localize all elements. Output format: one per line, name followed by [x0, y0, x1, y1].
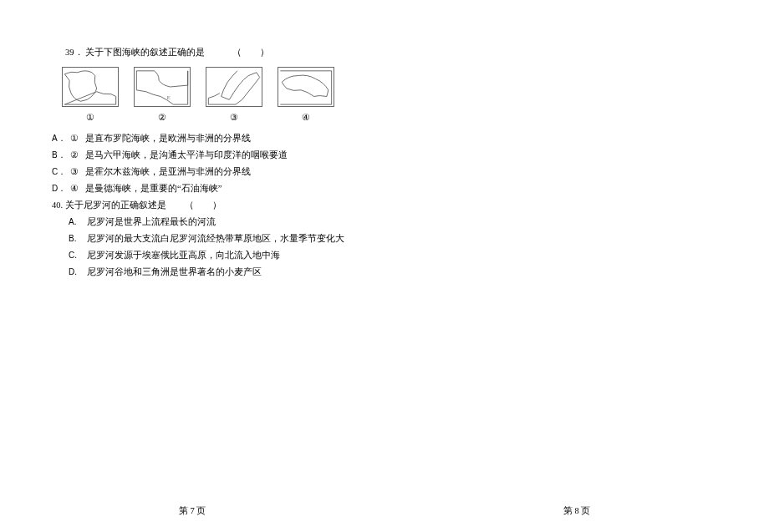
q39-paren: （ ）	[232, 48, 269, 57]
q40-opt-c: C. 尼罗河发源于埃塞俄比亚高原，向北流入地中海	[69, 247, 769, 264]
opt-circle: ③	[70, 164, 79, 180]
opt-label: A.	[69, 214, 80, 230]
q39-opt-b: B． ② 是马六甲海峡，是沟通太平洋与印度洋的咽喉要道	[52, 147, 769, 164]
opt-circle: ④	[70, 180, 79, 197]
q40-text: 关于尼罗河的正确叙述是	[65, 200, 166, 210]
opt-label: C．	[52, 164, 64, 180]
map-1	[62, 67, 119, 107]
q40-number: 40.	[52, 200, 63, 210]
opt-label: D.	[69, 264, 80, 280]
opt-label: D．	[52, 180, 64, 196]
page-number-right: 第 8 页	[384, 505, 769, 517]
map-label-3: ③	[206, 112, 262, 122]
opt-circle: ②	[70, 147, 79, 164]
page-number-left: 第 7 页	[0, 505, 384, 517]
map-label-1: ①	[62, 112, 119, 122]
opt-text: 尼罗河的最大支流白尼罗河流经热带草原地区，水量季节变化大	[87, 231, 344, 247]
q40-opt-d: D. 尼罗河谷地和三角洲是世界著名的小麦产区	[69, 264, 769, 281]
q40-opt-a: A. 尼罗河是世界上流程最长的河流	[69, 214, 769, 231]
opt-text: 尼罗河谷地和三角洲是世界著名的小麦产区	[87, 264, 262, 281]
map-label-2: ②	[134, 112, 191, 122]
q40-options: A. 尼罗河是世界上流程最长的河流 B. 尼罗河的最大支流白尼罗河流经热带草原地…	[69, 214, 769, 281]
q39-opt-d: D． ④ 是曼德海峡，是重要的“石油海峡”	[52, 180, 769, 197]
map-4	[278, 67, 334, 107]
maps-row: E	[62, 67, 769, 107]
opt-label: B．	[52, 147, 64, 163]
map-labels: ① ② ③ ④	[62, 112, 769, 122]
opt-label: B.	[69, 231, 80, 246]
q39-text: 关于下图海峡的叙述正确的是	[85, 48, 205, 57]
map-label-4: ④	[278, 112, 334, 122]
opt-text: 尼罗河发源于埃塞俄比亚高原，向北流入地中海	[87, 247, 280, 264]
map-3	[206, 67, 262, 107]
q39-options: A． ① 是直布罗陀海峡，是欧洲与非洲的分界线 B． ② 是马六甲海峡，是沟通太…	[52, 130, 769, 197]
q39-number: 39．	[65, 48, 84, 57]
svg-text:E: E	[167, 94, 171, 100]
opt-text: 是马六甲海峡，是沟通太平洋与印度洋的咽喉要道	[85, 147, 288, 164]
q39-opt-c: C． ③ 是霍尔木兹海峡，是亚洲与非洲的分界线	[52, 164, 769, 180]
page-footer: 第 7 页 第 8 页	[0, 505, 769, 517]
opt-text: 尼罗河是世界上流程最长的河流	[87, 214, 216, 231]
opt-label: C.	[69, 247, 80, 263]
q39-opt-a: A． ① 是直布罗陀海峡，是欧洲与非洲的分界线	[52, 130, 769, 147]
q40-paren: （ ）	[185, 200, 222, 210]
opt-label: A．	[52, 130, 64, 146]
opt-circle: ①	[70, 130, 79, 147]
q40-stem: 40. 关于尼罗河的正确叙述是 （ ）	[52, 197, 769, 214]
opt-text: 是直布罗陀海峡，是欧洲与非洲的分界线	[85, 130, 251, 147]
opt-text: 是霍尔木兹海峡，是亚洲与非洲的分界线	[85, 164, 251, 180]
opt-text: 是曼德海峡，是重要的“石油海峡”	[85, 180, 222, 197]
map-2: E	[134, 67, 191, 107]
q39-stem: 39． 关于下图海峡的叙述正确的是 （ ）	[65, 47, 769, 58]
q40-opt-b: B. 尼罗河的最大支流白尼罗河流经热带草原地区，水量季节变化大	[69, 231, 769, 247]
